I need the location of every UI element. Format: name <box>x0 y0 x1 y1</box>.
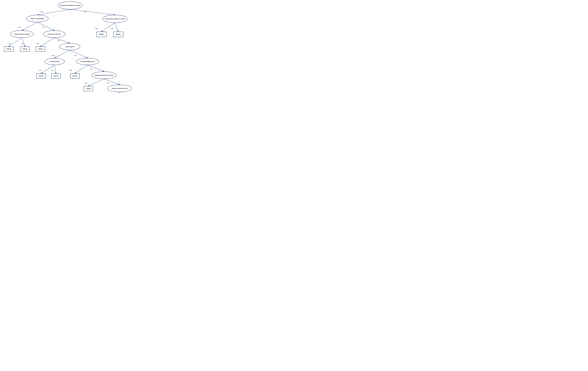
edge-label-le0_seat_d15_2: <= 0 <box>69 69 72 71</box>
edge-label-le0_sleeping_c46: <= 0 <box>84 82 87 84</box>
svg-line-14 <box>75 65 88 74</box>
svg-line-10 <box>55 50 70 58</box>
svg-line-19 <box>120 92 126 93</box>
edge-label-gt0_egress_seat: > 0 <box>74 55 76 57</box>
edge-label-gt0_tobacco_vibration: > 0 <box>42 26 44 28</box>
edge-label-le0_root_tobacco: <= 0 <box>40 11 43 13</box>
node-root: Involvement in physical activity <box>58 1 82 10</box>
edge-label-gt0_onduty_d15_1: > 0 <box>51 69 53 71</box>
svg-line-1 <box>70 10 115 15</box>
edge-label-gt0_sleeping_tiered: > 0 <box>106 82 109 84</box>
svg-line-11 <box>70 50 88 58</box>
svg-line-8 <box>41 38 54 46</box>
svg-line-5 <box>115 23 118 32</box>
node-vibration: Exposed to vibration <box>43 30 65 38</box>
edge-label-le0_frequent_f26: <= 0 <box>7 43 10 45</box>
node-d15_1: D[15,0] <box>51 74 61 79</box>
svg-line-6 <box>9 38 22 46</box>
node-f26: F[26,0] <box>4 46 13 52</box>
edge-label-gt0_frequent_e34: > 0 <box>21 43 23 45</box>
edge-label-le0_onduty_e10: <= 0 <box>38 69 41 71</box>
node-e10: E[10,0] <box>36 74 46 79</box>
edge-label-gt0_seat_sleeping: > 0 <box>90 68 92 70</box>
svg-line-4 <box>102 23 115 32</box>
node-involvement2: Involvement in physical activity <box>102 15 127 23</box>
edge-label-gt0_vibration_egress: > 0 <box>57 40 59 42</box>
edge-label-le0_vibration_e30: <= 0 <box>36 43 39 45</box>
node-sleeping: Sleeping in the busy after duty <box>92 71 116 79</box>
svg-line-2 <box>22 22 37 30</box>
svg-line-16 <box>88 79 104 86</box>
edge-label-le0_egress_onduty: <= 0 <box>51 55 54 57</box>
node-e34: E[34,0] <box>20 46 30 52</box>
node-tiered: Tiered at end of the work <box>107 85 132 92</box>
node-b98_1: B[98,0] <box>96 32 106 37</box>
node-e30: E[30,0] <box>36 46 45 52</box>
edge-label-gt0_inv2_b98_2: > 0 <box>111 28 113 30</box>
edge-label-le0_inv2_b98_1: <= 0 <box>94 28 97 30</box>
node-egress: Egress/Ingress <box>59 43 80 50</box>
edge-label-le0_tobacco_frequent: <= 0 <box>18 26 21 28</box>
node-c46: C[46,0] <box>84 86 93 91</box>
decision-tree: <= 0> 0<= 0> 0<= 0> 0<= 0> 0<= 0> 0<= 0>… <box>0 0 147 93</box>
svg-line-7 <box>22 38 25 46</box>
svg-line-13 <box>55 65 56 74</box>
node-tobacco: Tobacco consumption <box>26 15 49 22</box>
svg-line-18 <box>105 92 120 93</box>
node-d15_2: D[15,0] <box>70 74 80 79</box>
svg-line-3 <box>37 22 54 30</box>
node-frequent: Frequent posture change <box>10 30 34 38</box>
node-seat: Seat adaptability issue <box>76 58 99 65</box>
svg-line-9 <box>54 38 70 43</box>
node-onduty: On duty breaks <box>44 58 65 65</box>
node-b98_2: B[98,0] <box>113 32 123 37</box>
edge-label-gt0_root_inv2: > 0 <box>84 11 86 13</box>
svg-line-12 <box>41 65 55 74</box>
